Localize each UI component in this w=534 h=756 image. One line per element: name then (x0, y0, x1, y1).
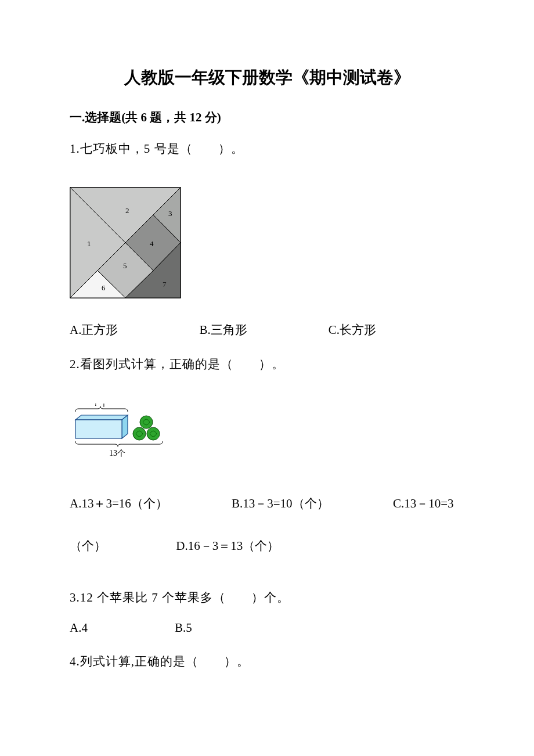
q2-option-b: B.13－3=10（个） (232, 483, 329, 525)
question-2-options: A.13＋3=16（个） B.13－3=10（个） C.13－10=3 （个） … (70, 483, 464, 568)
tangram-label-3: 3 (168, 209, 172, 218)
page-title: 人教版一年级下册数学《期中测试卷》 (70, 64, 464, 91)
tangram-label-5: 5 (123, 261, 127, 270)
question-3-text: 3.12 个苹果比 7 个苹果多（ ）个。 (70, 588, 464, 608)
question-2-text: 2.看图列式计算，正确的是（ ）。 (70, 355, 464, 375)
question-4-text: 4.列式计算,正确的是（ ）。 (70, 652, 464, 672)
svg-marker-9 (75, 415, 128, 420)
q2-top-label: ？个 (92, 404, 108, 408)
q3-option-b: B.5 (175, 618, 192, 638)
svg-point-14 (147, 427, 160, 440)
q1-option-c: C.长方形 (329, 321, 376, 340)
question-2-figure: ？个 13个 (70, 404, 464, 468)
svg-rect-11 (75, 420, 122, 438)
section-header: 一.选择题(共 6 题，共 12 分) (70, 108, 464, 128)
tangram-label-6: 6 (102, 283, 106, 292)
svg-point-12 (140, 416, 153, 429)
q2-option-c-cont: （个） (70, 525, 106, 568)
q2-option-c: C.13－10=3 (393, 483, 454, 525)
question-3: 3.12 个苹果比 7 个苹果多（ ）个。 A.4 B.5 (70, 582, 464, 638)
svg-point-13 (133, 427, 146, 440)
q3-option-a: A.4 (70, 618, 88, 638)
q2-bottom-label: 13个 (109, 449, 125, 458)
tangram-figure: 1 2 3 4 5 6 7 (70, 187, 464, 305)
q1-option-a: A.正方形 (70, 321, 118, 340)
tangram-label-4: 4 (150, 239, 154, 248)
q2-option-d: D.16－3＝13（个） (176, 525, 279, 568)
q2-option-a: A.13＋3=16（个） (70, 483, 168, 525)
question-2: 2.看图列式计算，正确的是（ ）。 ？个 13个 A.13＋3=16（个） B.… (70, 355, 464, 568)
question-1-text: 1.七巧板中，5 号是（ ）。 (70, 139, 464, 159)
tangram-label-7: 7 (163, 280, 167, 289)
question-1-options: A.正方形 B.三角形 C.长方形 (70, 321, 464, 340)
tangram-label-2: 2 (125, 206, 129, 215)
tangram-label-1: 1 (87, 239, 91, 248)
question-3-options: A.4 B.5 (70, 618, 464, 638)
question-1: 1.七巧板中，5 号是（ ）。 1 2 3 4 5 6 7 (70, 139, 464, 340)
q1-option-b: B.三角形 (199, 321, 247, 340)
question-4: 4.列式计算,正确的是（ ）。 (70, 652, 464, 672)
